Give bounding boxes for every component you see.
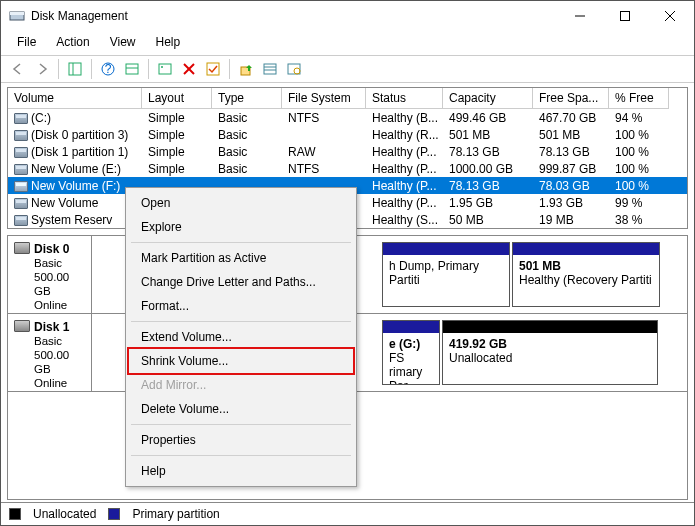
cm-format[interactable]: Format... <box>129 294 353 318</box>
cm-help[interactable]: Help <box>129 459 353 483</box>
volume-name: New Volume (E:) <box>31 162 121 176</box>
volume-row[interactable]: (C:)SimpleBasicNTFSHealthy (B...499.46 G… <box>8 109 687 126</box>
partition-bar <box>443 321 657 333</box>
close-button[interactable] <box>647 2 692 30</box>
minimize-button[interactable] <box>557 2 602 30</box>
volume-icon <box>14 147 28 158</box>
legend-unalloc-label: Unallocated <box>33 507 96 521</box>
col-status[interactable]: Status <box>366 88 443 109</box>
nav-forward-button[interactable] <box>31 58 53 80</box>
cm-extend-volume[interactable]: Extend Volume... <box>129 325 353 349</box>
disk-name: Disk 1 <box>34 320 85 334</box>
app-icon <box>9 8 25 24</box>
menu-help[interactable]: Help <box>148 33 189 51</box>
disk-info[interactable]: Disk 0Basic500.00 GBOnline <box>8 236 92 313</box>
col-layout[interactable]: Layout <box>142 88 212 109</box>
volume-name: (C:) <box>31 111 51 125</box>
svg-text:?: ? <box>105 62 112 76</box>
menu-file[interactable]: File <box>9 33 44 51</box>
svg-rect-18 <box>264 64 276 74</box>
volume-name: (Disk 0 partition 3) <box>31 128 128 142</box>
disk-state: Online <box>34 298 85 312</box>
disk-management-window: Disk Management File Action View Help ? <box>0 0 695 526</box>
svg-rect-10 <box>126 64 138 74</box>
up-icon[interactable] <box>235 58 257 80</box>
volume-icon <box>14 198 28 209</box>
partition-name: 419.92 GB <box>449 337 651 351</box>
cm-properties[interactable]: Properties <box>129 428 353 452</box>
legend-primary-label: Primary partition <box>132 507 219 521</box>
svg-rect-16 <box>207 63 219 75</box>
menubar: File Action View Help <box>1 31 694 55</box>
col-capacity[interactable]: Capacity <box>443 88 533 109</box>
show-hide-tree-button[interactable] <box>64 58 86 80</box>
partition[interactable]: 501 MBHealthy (Recovery Partiti <box>512 242 660 307</box>
disk-size: 500.00 GB <box>34 348 85 376</box>
volume-icon <box>14 164 28 175</box>
volume-list-header: Volume Layout Type File System Status Ca… <box>8 88 687 109</box>
toolbar: ? <box>1 55 694 83</box>
cm-change-drive-letter[interactable]: Change Drive Letter and Paths... <box>129 270 353 294</box>
volume-row[interactable]: (Disk 0 partition 3)SimpleBasicHealthy (… <box>8 126 687 143</box>
legend-unalloc-swatch <box>9 508 21 520</box>
partition-line: h Dump, Primary Partiti <box>389 259 503 287</box>
svg-rect-3 <box>620 12 629 21</box>
volume-icon <box>14 113 28 124</box>
volume-icon <box>14 215 28 226</box>
svg-point-13 <box>161 66 163 68</box>
legend: Unallocated Primary partition <box>1 502 694 525</box>
maximize-button[interactable] <box>602 2 647 30</box>
partition-bar <box>383 243 509 255</box>
col-type[interactable]: Type <box>212 88 282 109</box>
check-icon[interactable] <box>202 58 224 80</box>
properties-icon[interactable] <box>283 58 305 80</box>
disk-type: Basic <box>34 256 85 270</box>
cm-delete-volume[interactable]: Delete Volume... <box>129 397 353 421</box>
partition-bar <box>383 321 439 333</box>
partition-name: 501 MB <box>519 259 653 273</box>
partition-name: e (G:) <box>389 337 433 351</box>
volume-row[interactable]: (Disk 1 partition 1)SimpleBasicRAWHealth… <box>8 143 687 160</box>
col-pctfree[interactable]: % Free <box>609 88 669 109</box>
menu-action[interactable]: Action <box>48 33 97 51</box>
disk-name: Disk 0 <box>34 242 85 256</box>
disk-type: Basic <box>34 334 85 348</box>
list-icon[interactable] <box>259 58 281 80</box>
disk-icon <box>14 242 30 254</box>
volume-name: System Reserv <box>31 213 112 227</box>
volume-row[interactable]: New Volume (E:)SimpleBasicNTFSHealthy (P… <box>8 160 687 177</box>
partition-line: Unallocated <box>449 351 651 365</box>
partition[interactable]: e (G:)FSrimary Par <box>382 320 440 385</box>
refresh-button[interactable] <box>154 58 176 80</box>
view-icon-button[interactable] <box>121 58 143 80</box>
disk-size: 500.00 GB <box>34 270 85 298</box>
help-button[interactable]: ? <box>97 58 119 80</box>
cm-shrink-volume[interactable]: Shrink Volume... <box>127 347 355 375</box>
delete-icon[interactable] <box>178 58 200 80</box>
volume-name: New Volume <box>31 196 98 210</box>
col-volume[interactable]: Volume <box>8 88 142 109</box>
disk-info[interactable]: Disk 1Basic500.00 GBOnline <box>8 314 92 391</box>
partition-bar <box>513 243 659 255</box>
cm-open[interactable]: Open <box>129 191 353 215</box>
partition[interactable]: 419.92 GBUnallocated <box>442 320 658 385</box>
col-freespace[interactable]: Free Spa... <box>533 88 609 109</box>
svg-rect-1 <box>10 12 24 15</box>
volume-name: New Volume (F:) <box>31 179 120 193</box>
legend-primary-swatch <box>108 508 120 520</box>
volume-icon <box>14 130 28 141</box>
cm-mark-active[interactable]: Mark Partition as Active <box>129 246 353 270</box>
partition[interactable]: h Dump, Primary Partiti <box>382 242 510 307</box>
window-title: Disk Management <box>31 9 557 23</box>
nav-back-button[interactable] <box>7 58 29 80</box>
col-filesystem[interactable]: File System <box>282 88 366 109</box>
menu-view[interactable]: View <box>102 33 144 51</box>
svg-rect-12 <box>159 64 171 74</box>
cm-explore[interactable]: Explore <box>129 215 353 239</box>
volume-context-menu: Open Explore Mark Partition as Active Ch… <box>125 187 357 487</box>
svg-rect-6 <box>69 63 81 75</box>
cm-add-mirror: Add Mirror... <box>129 373 353 397</box>
disk-state: Online <box>34 376 85 390</box>
svg-point-22 <box>294 68 300 74</box>
partition-line: Healthy (Recovery Partiti <box>519 273 653 287</box>
